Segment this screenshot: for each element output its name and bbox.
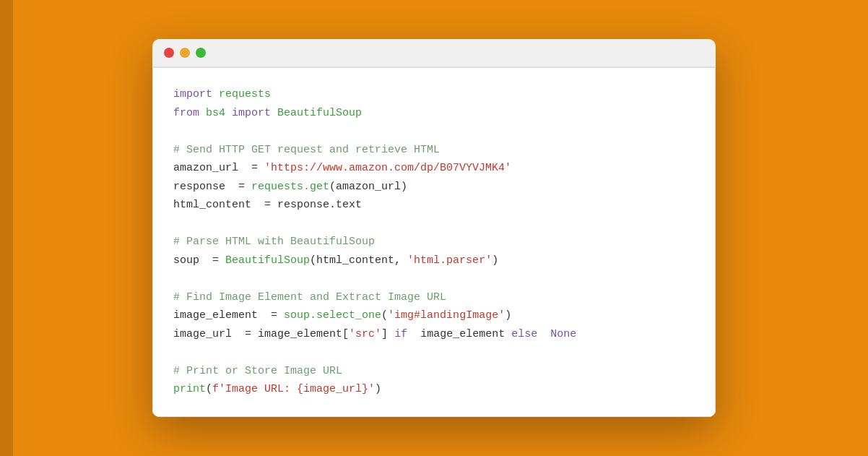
code-line-10: print(f'Image URL: {image_url}') <box>173 380 695 399</box>
code-line-7: soup = BeautifulSoup(html_content, 'html… <box>173 251 695 270</box>
code-line-9: image_url = image_element['src'] if imag… <box>173 325 695 344</box>
code-line-5: response = requests.get(amazon_url) <box>173 178 695 197</box>
code-line-6: html_content = response.text <box>173 196 695 215</box>
code-line-empty-3 <box>173 270 695 288</box>
code-line-empty-2 <box>173 215 695 233</box>
code-line-comment-1: # Send HTTP GET request and retrieve HTM… <box>173 141 695 160</box>
minimize-button[interactable] <box>180 48 190 58</box>
code-line-4: amazon_url = 'https://www.amazon.com/dp/… <box>173 159 695 178</box>
code-line-comment-4: # Print or Store Image URL <box>173 362 695 381</box>
code-line-empty-4 <box>173 343 695 362</box>
close-button[interactable] <box>164 48 174 58</box>
code-line-1: import requests <box>173 85 695 104</box>
code-line-8: image_element = soup.select_one('img#lan… <box>173 306 695 325</box>
code-editor: import requests from bs4 import Beautifu… <box>152 67 716 417</box>
code-line-2: from bs4 import BeautifulSoup <box>173 104 695 123</box>
code-line-comment-2: # Parse HTML with BeautifulSoup <box>173 233 695 251</box>
code-window: import requests from bs4 import Beautifu… <box>152 39 716 417</box>
code-line-empty-1 <box>173 122 695 141</box>
titlebar <box>152 39 716 67</box>
maximize-button[interactable] <box>196 48 206 58</box>
code-line-comment-3: # Find Image Element and Extract Image U… <box>173 288 695 307</box>
